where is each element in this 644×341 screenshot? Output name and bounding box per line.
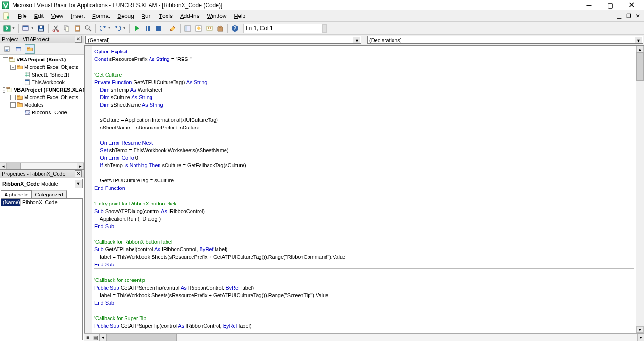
object-combo[interactable]: (General) ▼ [85,36,361,44]
copy-icon[interactable] [61,23,72,34]
scroll-thumb[interactable] [106,334,177,341]
menu-view[interactable]: View [48,11,67,21]
dropdown-arrow-icon[interactable]: ▼ [123,26,126,30]
dropdown-arrow-icon[interactable]: ▼ [635,37,642,43]
code-line[interactable] [94,169,634,177]
code-line[interactable]: 'Callback for RibbonX button label [94,238,634,246]
code-line[interactable]: 'Callback for Super Tip [94,315,634,322]
code-line[interactable]: sCulture = Application.International(xlU… [94,116,634,124]
code-line[interactable]: Dim sSheetName As String [94,101,634,109]
design-mode-icon[interactable] [168,23,178,34]
code-line[interactable]: End Function [94,184,634,192]
tree-expander-icon[interactable]: - [10,65,16,70]
code-editor[interactable]: Option ExplicitConst sResourcePrefix As … [92,46,636,333]
menu-add-ins[interactable]: Add-Ins [176,11,203,21]
scroll-left-icon[interactable]: ◂ [100,334,106,341]
close-button[interactable]: ✕ [621,0,642,10]
tab-categorized[interactable]: Categorized [32,190,66,198]
properties-grid[interactable]: (Name) RibbonX_Code [1,198,83,340]
tree-node[interactable]: -Modules [1,101,83,109]
code-line[interactable]: Sub GetATPLabel(control As IRibbonContro… [94,246,634,253]
menu-help[interactable]: Help [230,11,249,21]
scroll-right-icon[interactable]: ▸ [637,334,644,341]
view-code-icon[interactable] [2,44,12,54]
scroll-left-icon[interactable]: ◂ [0,163,7,170]
code-line[interactable]: End Sub [94,299,634,307]
view-excel-icon[interactable]: X [2,23,12,34]
code-line[interactable]: 'Get Culture [94,71,634,78]
code-line[interactable]: End Sub [94,222,634,230]
code-line[interactable]: Private Function GetATPUICultureTag() As… [94,78,634,86]
property-name-cell[interactable]: (Name) [1,199,20,206]
tree-node[interactable]: -VBAProject (FUNCRES.XLAM) [1,86,83,94]
menu-format[interactable]: Format [89,11,114,21]
code-line[interactable]: Set shTemp = ThisWorkbook.Worksheets(sSh… [94,146,634,154]
dropdown-arrow-icon[interactable]: ▼ [31,26,34,30]
find-icon[interactable] [83,23,93,34]
code-line[interactable]: label = ThisWorkbook.Sheets(sResourcePre… [94,291,634,299]
view-object-icon[interactable] [13,44,24,54]
cut-icon[interactable] [50,23,61,34]
code-line[interactable]: Application.Run ("fDialog") [94,215,634,222]
menu-run[interactable]: Run [138,11,155,21]
tree-node[interactable]: Sheet1 (Sheet1) [1,71,83,78]
tree-node[interactable]: -VBAProject (Book1) [1,56,83,63]
insert-userform-icon[interactable] [21,23,31,34]
code-line[interactable]: Const sResourcePrefix As String = "RES " [94,55,634,63]
project-tree[interactable]: -VBAProject (Book1)-Microsoft Excel Obje… [0,55,84,162]
code-line[interactable] [94,269,634,276]
procedure-combo[interactable]: (Declarations) ▼ [367,36,643,44]
tree-expander-icon[interactable]: - [10,102,16,108]
code-line[interactable]: End Sub [94,261,634,268]
code-line[interactable]: Dim shTemp As Worksheet [94,86,634,94]
menu-edit[interactable]: Edit [31,11,48,21]
scroll-up-icon[interactable]: ▴ [636,46,644,52]
mdi-minimize-button[interactable]: ▁ [615,13,623,19]
tree-expander-icon[interactable]: - [3,57,8,62]
tab-alphabetic[interactable]: Alphabetic [1,190,32,198]
code-line[interactable] [94,109,634,116]
code-line[interactable] [94,131,634,139]
code-line[interactable]: sSheetName = sResourcePrefix + sCulture [94,124,634,131]
dropdown-arrow-icon[interactable]: ▼ [353,37,360,43]
code-line[interactable]: 'Entry point for RibbonX button click [94,200,634,207]
tree-expander-icon[interactable]: - [3,87,5,93]
code-vscrollbar[interactable]: ▴ ▾ [636,46,644,333]
dropdown-arrow-icon[interactable]: ▼ [108,26,111,30]
properties-close-button[interactable]: ✕ [75,170,82,177]
toggle-folders-icon[interactable] [25,44,35,54]
code-line[interactable] [94,63,634,71]
save-icon[interactable] [36,23,46,34]
scroll-thumb[interactable] [7,163,21,169]
procedure-view-button[interactable]: ≡ [84,334,92,341]
mdi-close-button[interactable]: ✕ [634,13,642,19]
code-hscrollbar[interactable]: ◂ ▸ [100,334,644,341]
code-line[interactable]: Public Sub GetATPSuperTip(control As IRi… [94,322,634,330]
code-line[interactable] [94,307,634,315]
toolbox-icon[interactable] [215,23,226,34]
code-line[interactable]: 'Callback for screentip [94,276,634,284]
tree-expander-icon[interactable]: + [10,95,16,100]
dropdown-arrow-icon[interactable]: ▼ [12,26,15,30]
code-line[interactable]: Sub ShowATPDialog(control As IRibbonCont… [94,207,634,215]
project-explorer-close-button[interactable]: ✕ [75,36,82,43]
property-value-cell[interactable]: RibbonX_Code [20,199,82,206]
menu-tools[interactable]: Tools [155,11,176,21]
paste-icon[interactable] [72,23,83,34]
code-line[interactable] [94,192,634,200]
tree-node[interactable]: +Microsoft Excel Objects [1,94,83,101]
tree-node[interactable]: -Microsoft Excel Objects [1,63,83,71]
tree-node[interactable]: RibbonX_Code [1,109,83,116]
code-line[interactable]: Option Explicit [94,48,634,55]
code-line[interactable]: On Error GoTo 0 [94,154,634,162]
scroll-right-icon[interactable]: ▸ [77,163,84,170]
minimize-button[interactable]: ─ [578,0,600,10]
code-line[interactable]: On Error Resume Next [94,139,634,146]
menu-window[interactable]: Window [203,11,231,21]
properties-object-combo[interactable]: RibbonX_Code Module ▼ [1,179,83,188]
break-icon[interactable] [142,23,153,34]
reset-icon[interactable] [153,23,164,34]
help-icon[interactable]: ? [230,23,240,34]
code-line[interactable]: GetATPUICultureTag = sCulture [94,177,634,184]
run-icon[interactable] [132,23,142,34]
